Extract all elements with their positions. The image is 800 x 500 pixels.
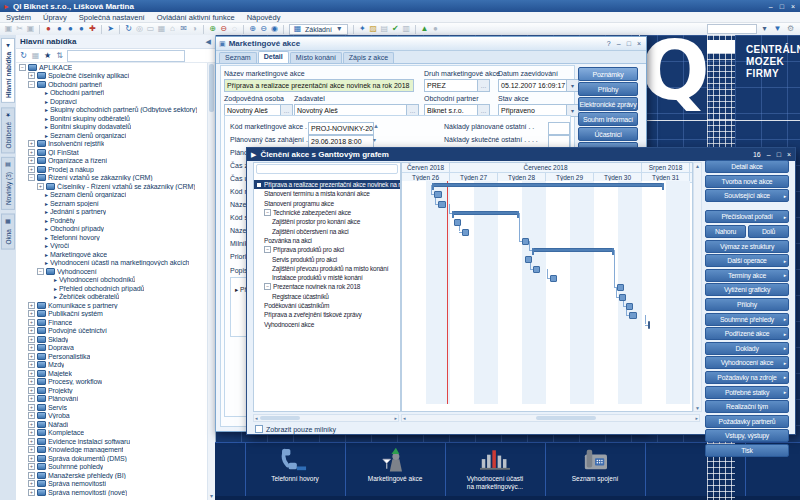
dialog-button-16[interactable]: Potřebné statky▸ (705, 386, 789, 399)
tree-item[interactable]: ▸Jednání s partnery (17, 208, 207, 217)
tree-item[interactable]: ▸Seznam spojení (17, 199, 207, 208)
desktop-icon-phone[interactable]: Telefonní hovory (245, 446, 345, 483)
chart-horizontal-scrollbar[interactable]: ◂ ▸ (401, 414, 700, 422)
tree-item[interactable]: +Sklady (17, 335, 207, 344)
milestones-only-checkbox[interactable]: Zobrazit pouze milníky (255, 425, 336, 433)
scroll-up-icon[interactable]: ▲ (695, 163, 700, 169)
tree-item[interactable]: +Mzdy (17, 361, 207, 370)
expand-icon[interactable]: + (28, 370, 35, 377)
tree-item[interactable]: +QI FinStat (17, 148, 207, 157)
tree-item[interactable]: +Společné číselníky aplikací (17, 72, 207, 81)
gantt-task-row[interactable]: Zajištění převozu produktů na místo koná… (254, 264, 400, 273)
field-value[interactable]: 05.12.2007 16:09:17 (498, 79, 570, 92)
detach-window-icon[interactable]: ▭ (145, 24, 156, 34)
gantt-task-row[interactable]: Registrace účastníků (254, 292, 400, 301)
side-button-3[interactable]: Souhrn informací (578, 112, 638, 126)
dialog-button-5-0[interactable]: Nahoru (705, 225, 746, 238)
app-control-2[interactable]: × (791, 3, 795, 10)
dialog-button-10[interactable]: Přílohy (705, 298, 789, 311)
refresh-icon[interactable]: ↻ (19, 51, 28, 61)
field-value[interactable]: Příprava a realizace prezentační akce no… (224, 79, 414, 92)
nav-next-icon[interactable]: ● (76, 24, 87, 34)
tab-0[interactable]: Seznam (219, 52, 257, 63)
expand-icon[interactable]: + (28, 361, 35, 368)
side-button-4[interactable]: Účastníci (578, 127, 638, 141)
tree-item[interactable]: ▸Seznam členů organizací (17, 131, 207, 140)
scroll-right-icon[interactable]: ▸ (394, 415, 397, 421)
dialog-button-15[interactable]: Požadavky na zdroje▸ (705, 371, 789, 384)
tab-2[interactable]: Místo konání (290, 52, 342, 63)
expand-icon[interactable]: + (28, 166, 35, 173)
apply-icon[interactable]: ✔ (390, 24, 401, 34)
gantt-bar-11[interactable] (617, 284, 624, 291)
gantt-bar-2[interactable] (438, 201, 446, 208)
menu-item-4[interactable]: Nápovědy (241, 13, 287, 22)
pin-icon[interactable]: ➤ (105, 24, 116, 34)
field-value[interactable] (548, 122, 570, 135)
tree-item[interactable]: −APLIKACE (17, 63, 207, 72)
expand-icon[interactable]: − (37, 268, 44, 275)
gantt-task-row[interactable]: Příprava a zveřejnění tiskové zprávy (254, 310, 400, 319)
expand-icon[interactable]: + (28, 149, 35, 156)
menu-item-2[interactable]: Společná nastavení (73, 13, 151, 22)
gantt-bar-14[interactable] (629, 312, 637, 319)
scroll-down-icon[interactable]: ▼ (695, 405, 700, 411)
expand-icon[interactable]: − (28, 81, 35, 88)
tree-item[interactable]: ▸Bonitní skupiny odběratelů (17, 114, 207, 123)
gantt-bar-6[interactable] (522, 238, 529, 245)
favorites-icon[interactable]: ★ (43, 51, 52, 61)
expand-icon[interactable]: − (264, 246, 271, 253)
mail-icon[interactable]: ✉ (178, 24, 189, 34)
tree-item[interactable]: ▸Výročí (17, 242, 207, 251)
gantt-task-row[interactable]: Instalace produktů v místě konání (254, 273, 400, 282)
expand-icon[interactable]: + (28, 336, 35, 343)
gantt-task-row[interactable]: Stanovení termínu a místa konání akce (254, 189, 400, 198)
zoom-in-icon[interactable]: ⊕ (247, 24, 258, 34)
gantt-task-row[interactable]: −Technické zabezpečení akce (254, 208, 400, 217)
expand-icon[interactable]: + (28, 378, 35, 385)
dialog-button-19[interactable]: Vstupy, výstupy (705, 429, 789, 442)
lookup-button[interactable]: … (477, 79, 490, 92)
nav-prev-icon[interactable]: ● (54, 24, 65, 34)
expand-icon[interactable]: + (28, 302, 35, 309)
cut-icon[interactable]: ✂ (14, 24, 25, 34)
add-icon[interactable]: ⊕ (207, 24, 218, 34)
sidebar-scrollbar[interactable]: ▾ (207, 63, 215, 500)
tree-item[interactable]: +Kompletace (17, 429, 207, 438)
tree-item[interactable]: +Doprava (17, 344, 207, 353)
scrollbar-thumb[interactable] (209, 64, 214, 112)
refresh-icon[interactable]: ↻ (123, 24, 134, 34)
dialog-button-5-1[interactable]: Dolů (748, 225, 789, 238)
undo-icon[interactable]: ▣ (3, 24, 14, 34)
upload-icon[interactable]: ● (430, 24, 441, 34)
gantt-task-row[interactable]: Příprava a realizace prezentační akce no… (254, 180, 400, 189)
window-control-1[interactable]: – (617, 40, 621, 47)
expand-icon[interactable]: + (28, 353, 35, 360)
tree-item[interactable]: +Prodej a nákup (17, 165, 207, 174)
dialog-button-11[interactable]: Souhrnné přehledy▸ (705, 313, 789, 326)
menu-item-0[interactable]: Systém (0, 13, 37, 22)
copy-icon[interactable]: ▣ (25, 24, 36, 34)
tree-item[interactable]: +Výroba (17, 412, 207, 421)
scrollbar-thumb[interactable] (260, 416, 300, 420)
gantt-bar-15[interactable] (648, 321, 650, 329)
gantt-task-row[interactable]: Zajištění prostor pro konání akce (254, 217, 400, 226)
expand-icon[interactable]: − (19, 64, 26, 71)
tree-item[interactable]: +Souhrnné pohledy (17, 463, 207, 472)
tab-3[interactable]: Zápis z akce (343, 52, 394, 63)
tree-item[interactable]: +Procesy, workflow (17, 378, 207, 387)
expand-icon[interactable]: + (28, 429, 35, 436)
dialog-button-4[interactable]: Přečíslovat pořadí▸ (705, 210, 789, 223)
nav-stop-icon[interactable]: ✚ (87, 24, 98, 34)
expand-icon[interactable]: + (28, 327, 35, 334)
expand-icon[interactable]: + (28, 438, 35, 445)
dialog-button-13[interactable]: Doklady▸ (705, 342, 789, 355)
expand-icon[interactable]: + (28, 72, 35, 79)
chevron-down-icon[interactable]: ▾ (759, 24, 770, 34)
sidebar-tab-0[interactable]: Hlavní nabídka▲ (1, 38, 15, 103)
sidebar-tab-1[interactable]: Oblíbené★ (1, 107, 15, 153)
side-button-2[interactable]: Elektronické zprávy (578, 97, 638, 111)
toolbar-search-input[interactable] (707, 24, 757, 34)
gantt-bar-0[interactable] (432, 183, 664, 187)
expand-icon[interactable]: + (37, 183, 44, 190)
